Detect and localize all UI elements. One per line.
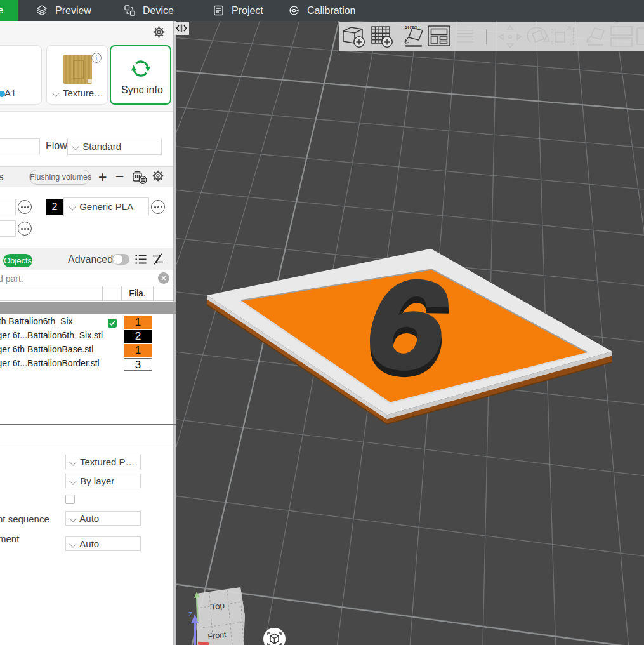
svg-text:z: z	[188, 609, 192, 618]
svg-text:AUTO: AUTO	[404, 25, 417, 30]
